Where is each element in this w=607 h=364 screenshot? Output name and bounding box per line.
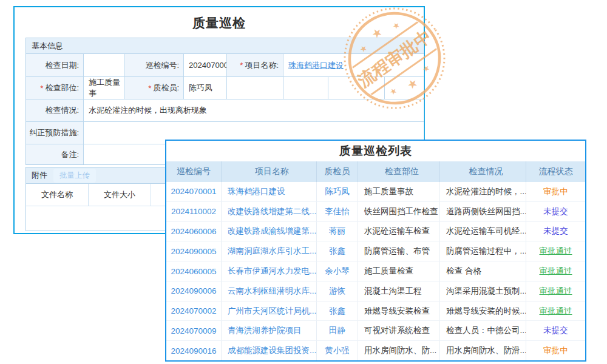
status-badge: 审批中 — [526, 182, 585, 201]
inspector-field[interactable]: 陈巧凤 — [184, 77, 227, 99]
status-badge: 未提交 — [526, 222, 585, 241]
list-title: 质量巡检列表 — [166, 141, 585, 161]
inspect-date-field[interactable] — [84, 54, 124, 77]
column-header-6: 流程状态 — [526, 161, 585, 182]
inspector-link[interactable]: 张鑫 — [317, 302, 358, 321]
patrol-no-link[interactable]: 2024060005 — [166, 261, 222, 281]
file-size-header: 文件大小 — [89, 184, 151, 206]
empty-cell — [385, 77, 424, 99]
patrol-no-link[interactable]: 2024060006 — [166, 222, 222, 241]
status-badge[interactable]: 审批通过 — [526, 241, 585, 261]
table-row: 2024070001珠海鹤港口建设陈巧凤施工质量事故水泥砼灌注的时候，...审批… — [166, 182, 585, 202]
situation-cell: 难燃导线安装的时候... — [440, 302, 526, 321]
situation-field[interactable]: 水泥砼灌注的时候，出现离析现象 — [84, 99, 424, 122]
table-row: 2024070002广州市天河区统计局机...张鑫难燃导线安装检查难燃导线安装的… — [166, 302, 585, 322]
required-mark: * — [40, 84, 43, 93]
status-badge: 未提交 — [526, 202, 585, 221]
status-badge: 审批中 — [526, 341, 585, 360]
empty-cell — [283, 77, 328, 99]
form-title: 质量巡检 — [15, 15, 424, 32]
part-cell: 防腐管运输、布管 — [358, 241, 440, 261]
inspector-link[interactable]: 游恢 — [317, 281, 358, 301]
situation-cell: 沟渠采用混凝土预制... — [440, 281, 526, 301]
situation-cell: 用水房间防水、防滑... — [440, 341, 526, 360]
patrol-no-label: 巡检编号: — [124, 54, 184, 77]
inspector-link[interactable]: 陈巧凤 — [317, 182, 358, 201]
part-cell: 水泥砼运输车检查 — [358, 222, 440, 241]
patrol-no-link[interactable]: 2024090016 — [166, 341, 222, 360]
table-row: 2024060005长春市伊通河水力发电...余小琴施工质量检查检查 合格审批通… — [166, 261, 585, 281]
inspection-list-panel: 质量巡检列表 巡检编号项目名称质检员检查部位检查情况流程状态 202407000… — [165, 140, 586, 362]
part-cell: 施工质量事故 — [358, 182, 440, 201]
inspect-part-label: *检查部位: — [26, 77, 84, 99]
required-mark: * — [148, 84, 151, 93]
required-mark: * — [240, 61, 243, 70]
situation-label: 检查情况: — [26, 99, 84, 122]
empty-cell — [328, 77, 385, 99]
column-header-3: 质检员 — [317, 161, 358, 182]
list-rows: 2024070001珠海鹤港口建设陈巧凤施工质量事故水泥砼灌注的时候，...审批… — [166, 182, 585, 360]
part-cell: 可视对讲系统检查 — [358, 321, 440, 340]
project-link[interactable]: 成都能源建设集团投资... — [222, 341, 317, 360]
situation-cell: 检查 合格 — [440, 261, 526, 281]
patrol-no-link[interactable]: 2024090005 — [166, 241, 222, 261]
table-row: 2024060006改建铁路成渝线增建第...蒋丽水泥砼运输车检查水泥砼运输车司… — [166, 222, 585, 242]
status-badge[interactable]: 审批通过 — [526, 302, 585, 321]
project-link[interactable]: 云南水利枢纽潜明水库... — [222, 281, 317, 301]
inspector-link[interactable]: 李佳怡 — [317, 202, 358, 221]
inspect-date-label: 检查日期: — [26, 54, 84, 77]
project-link[interactable]: 改建铁路线增建第二线... — [222, 202, 317, 221]
project-link[interactable]: 珠海鹤港口建设 — [288, 60, 344, 71]
status-badge: 未提交 — [526, 321, 585, 340]
project-name-cell: 珠海鹤港口建设 — [283, 54, 424, 77]
project-name-label: *项目名称: — [227, 54, 283, 77]
remark-label: 备注: — [26, 144, 84, 164]
part-cell: 难燃导线安装检查 — [358, 302, 440, 321]
situation-cell: 防腐管运输过程中，... — [440, 241, 526, 261]
inspector-link[interactable]: 蒋丽 — [317, 222, 358, 241]
table-row: 2024090016成都能源建设集团投资...黄小强用水房间防水、防...用水房… — [166, 341, 585, 360]
patrol-no-field[interactable]: 202407000 — [184, 54, 227, 77]
status-badge[interactable]: 审批通过 — [526, 261, 585, 281]
patrol-no-link[interactable]: 2024090006 — [166, 281, 222, 301]
part-cell: 铁丝网围挡工作检查 — [358, 202, 440, 221]
patrol-no-link[interactable]: 2024070009 — [166, 321, 222, 340]
project-link[interactable]: 改建铁路成渝线增建第... — [222, 222, 317, 241]
list-header-row: 巡检编号项目名称质检员检查部位检查情况流程状态 — [166, 161, 585, 182]
basic-info-section-header: 基本信息 — [26, 38, 424, 54]
column-header-5: 检查情况 — [440, 161, 526, 182]
column-header-2: 项目名称 — [222, 161, 317, 182]
situation-cell: 道路两侧铁丝网围挡... — [440, 202, 526, 221]
part-cell: 施工质量检查 — [358, 261, 440, 281]
table-row: 2024110002改建铁路线增建第二线...李佳怡铁丝网围挡工作检查道路两侧铁… — [166, 202, 585, 222]
situation-cell: 检查人员：中德公司... — [440, 321, 526, 340]
project-link[interactable]: 广州市天河区统计局机... — [222, 302, 317, 321]
inspector-link[interactable]: 田静 — [317, 321, 358, 340]
status-badge[interactable]: 审批通过 — [526, 281, 585, 301]
inspector-link[interactable]: 余小琴 — [317, 261, 358, 281]
part-cell: 用水房间防水、防... — [358, 341, 440, 360]
situation-cell: 水泥砼运输车司机经... — [440, 222, 526, 241]
measure-label: 纠正预防措施: — [26, 122, 84, 144]
project-link[interactable]: 青海洪湖养护院项目 — [222, 321, 317, 340]
column-header-1: 巡检编号 — [166, 161, 222, 182]
project-link[interactable]: 珠海鹤港口建设 — [222, 182, 317, 201]
patrol-no-link[interactable]: 2024070002 — [166, 302, 222, 321]
part-cell: 混凝土沟渠工程 — [358, 281, 440, 301]
inspect-part-field[interactable]: 施工质量事 — [84, 77, 124, 99]
empty-cell — [227, 77, 283, 99]
attachment-label: 附件 — [32, 170, 47, 181]
inspector-link[interactable]: 黄小强 — [317, 341, 358, 360]
project-link[interactable]: 湖南洞庭湖水库引水工... — [222, 241, 317, 261]
file-name-header: 文件名称 — [26, 184, 89, 206]
table-row: 2024070009青海洪湖养护院项目田静可视对讲系统检查检查人员：中德公司..… — [166, 321, 585, 341]
column-header-4: 检查部位 — [358, 161, 440, 182]
patrol-no-link[interactable]: 2024070001 — [166, 182, 222, 201]
batch-upload-button[interactable]: 批量上传 — [53, 169, 96, 183]
page: 质量巡检 基本信息 检查日期: 巡检编号: 202407000 *项目名称: 珠… — [0, 0, 607, 364]
project-link[interactable]: 长春市伊通河水力发电... — [222, 261, 317, 281]
table-row: 2024090005湖南洞庭湖水库引水工...张鑫防腐管运输、布管防腐管运输过程… — [166, 241, 585, 261]
table-row: 2024090006云南水利枢纽潜明水库...游恢混凝土沟渠工程沟渠采用混凝土预… — [166, 281, 585, 302]
patrol-no-link[interactable]: 2024110002 — [166, 202, 222, 221]
inspector-link[interactable]: 张鑫 — [317, 241, 358, 261]
